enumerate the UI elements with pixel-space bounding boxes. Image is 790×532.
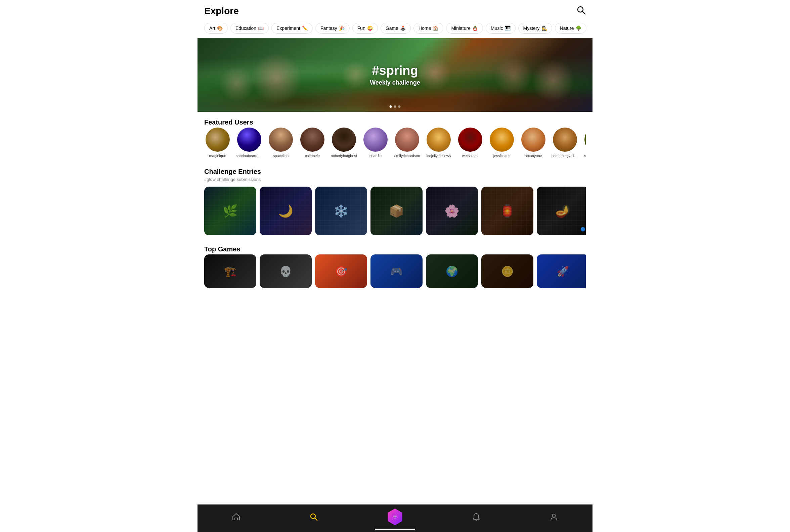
- user-name: emilyrichardson: [394, 154, 420, 158]
- game-card-6[interactable]: 🚀: [537, 254, 586, 288]
- search-icon[interactable]: [576, 5, 586, 17]
- hero-dot-2[interactable]: [394, 106, 396, 108]
- user-item-emilyrichardson[interactable]: emilyrichardson: [394, 128, 421, 158]
- category-bar: Art🎨Education📖Experiment✏️Fantasy🎉Fun😜Ga…: [198, 20, 592, 38]
- category-label: Miniature: [451, 25, 471, 31]
- entry-content: 🌸: [426, 187, 478, 235]
- entry-card-4[interactable]: 🌸: [426, 187, 478, 235]
- game-emoji: 💀: [279, 266, 292, 277]
- game-card-2[interactable]: 🎯: [315, 254, 367, 288]
- entry-content: 🌿: [204, 187, 256, 235]
- user-item-sean1e[interactable]: sean1e: [362, 128, 389, 158]
- user-item-jessicakes[interactable]: jessicakes: [489, 128, 515, 158]
- hero-title: #spring: [370, 63, 420, 78]
- category-label: Music: [491, 25, 503, 31]
- category-pill-experiment[interactable]: Experiment✏️: [271, 23, 313, 34]
- category-pill-nature[interactable]: Nature🌳: [555, 23, 586, 34]
- user-item-somethingyellow[interactable]: somethingyellow: [552, 128, 578, 158]
- hero-dot-3[interactable]: [398, 106, 401, 108]
- game-emoji: 🪙: [501, 266, 514, 277]
- entry-card-2[interactable]: ❄️: [315, 187, 367, 235]
- category-label: Experiment: [276, 25, 300, 31]
- avatar: [332, 128, 356, 152]
- game-emoji: 🎮: [390, 266, 403, 277]
- user-item-notanyone[interactable]: notanyone: [520, 128, 547, 158]
- category-emoji: 📖: [258, 25, 264, 31]
- header: Explore: [198, 0, 592, 20]
- category-pill-education[interactable]: Education📖: [231, 23, 269, 34]
- hero-banner[interactable]: #spring Weekly challenge: [198, 38, 592, 112]
- game-content: 🪙: [481, 254, 533, 288]
- entries-grid: 🌿 🌙 ❄️ 📦 🌸 🏮 🪔: [204, 187, 586, 239]
- hero-dots: [390, 106, 401, 108]
- entry-content: ❄️: [315, 187, 367, 235]
- user-name: icejellymellows: [427, 154, 451, 158]
- game-emoji: 🌍: [446, 266, 458, 277]
- game-card-5[interactable]: 🪙: [481, 254, 533, 288]
- game-card-1[interactable]: 💀: [260, 254, 312, 288]
- category-pill-music[interactable]: Music🎹: [486, 23, 516, 34]
- game-card-3[interactable]: 🎮: [370, 254, 423, 288]
- avatar: [237, 128, 261, 152]
- user-item-maginique[interactable]: maginique: [204, 128, 231, 158]
- user-item-sabrinabears143[interactable]: sabrinabears143: [236, 128, 263, 158]
- user-item-spacelion[interactable]: spacelion: [268, 128, 294, 158]
- category-label: Home: [419, 25, 431, 31]
- entry-card-0[interactable]: 🌿: [204, 187, 256, 235]
- avatar: [490, 128, 514, 152]
- entry-emoji: 🌸: [444, 204, 459, 218]
- game-content: 🎯: [315, 254, 367, 288]
- entry-content: 📦: [370, 187, 423, 235]
- avatar: [395, 128, 419, 152]
- user-item-caitnoele[interactable]: caitnoele: [299, 128, 326, 158]
- category-pill-home[interactable]: Home🏠: [414, 23, 443, 34]
- user-item-wetsalami[interactable]: wetsalami: [457, 128, 484, 158]
- avatar: [458, 128, 482, 152]
- entry-card-3[interactable]: 📦: [370, 187, 423, 235]
- category-label: Game: [386, 25, 398, 31]
- entry-content: 🌙: [260, 187, 312, 235]
- user-item-nobodybutghost[interactable]: nobodybutghost: [331, 128, 357, 158]
- hero-dot-1[interactable]: [390, 106, 392, 108]
- game-content: 💀: [260, 254, 312, 288]
- category-pill-fantasy[interactable]: Fantasy🎉: [315, 23, 350, 34]
- entry-card-5[interactable]: 🏮: [481, 187, 533, 235]
- category-emoji: 🕹️: [400, 25, 406, 31]
- featured-users-title: Featured Users: [204, 118, 586, 126]
- category-pill-miniature[interactable]: Miniature🪆: [446, 23, 483, 34]
- entry-card-6[interactable]: 🪔 🔵: [537, 187, 586, 235]
- challenge-entries-title: Challenge Entries: [204, 168, 586, 175]
- user-item-sansdrawsstuff[interactable]: sansdrawsstuff: [583, 128, 586, 158]
- game-emoji: 🚀: [556, 266, 569, 277]
- game-content: 🎮: [370, 254, 423, 288]
- game-card-0[interactable]: 🏗️: [204, 254, 256, 288]
- category-label: Art: [209, 25, 215, 31]
- category-pill-mystery[interactable]: Mystery🕵️: [518, 23, 552, 34]
- category-pill-art[interactable]: Art🎨: [204, 23, 228, 34]
- category-emoji: 🌳: [576, 25, 582, 31]
- user-name: jessicakes: [493, 154, 511, 158]
- entry-content: 🏮: [481, 187, 533, 235]
- category-emoji: 😜: [367, 25, 373, 31]
- avatar: [521, 128, 546, 152]
- category-pill-game[interactable]: Game🕹️: [381, 23, 411, 34]
- entry-content: 🪔: [537, 187, 586, 235]
- featured-users-section: Featured Users maginique sabrinabears143…: [198, 112, 592, 161]
- user-name: sansdrawsstuff: [584, 154, 586, 158]
- user-name: somethingyellow: [552, 154, 578, 158]
- game-emoji: 🏗️: [224, 266, 237, 277]
- game-card-4[interactable]: 🌍: [426, 254, 478, 288]
- category-emoji: 🕵️: [541, 25, 547, 31]
- challenge-entries-section: Challenge Entries #glow challenge submis…: [198, 161, 592, 239]
- category-emoji: 🏠: [433, 25, 438, 31]
- entry-emoji: 🌿: [223, 204, 238, 218]
- entry-card-1[interactable]: 🌙: [260, 187, 312, 235]
- user-name: notanyone: [525, 154, 542, 158]
- avatar: [363, 128, 388, 152]
- entry-emoji: 📦: [389, 204, 404, 218]
- category-pill-fun[interactable]: Fun😜: [352, 23, 378, 34]
- top-games-title: Top Games: [204, 245, 586, 253]
- hero-subtitle: Weekly challenge: [370, 79, 420, 86]
- user-item-icejellymellows[interactable]: icejellymellows: [425, 128, 452, 158]
- user-name: sabrinabears143: [236, 154, 263, 158]
